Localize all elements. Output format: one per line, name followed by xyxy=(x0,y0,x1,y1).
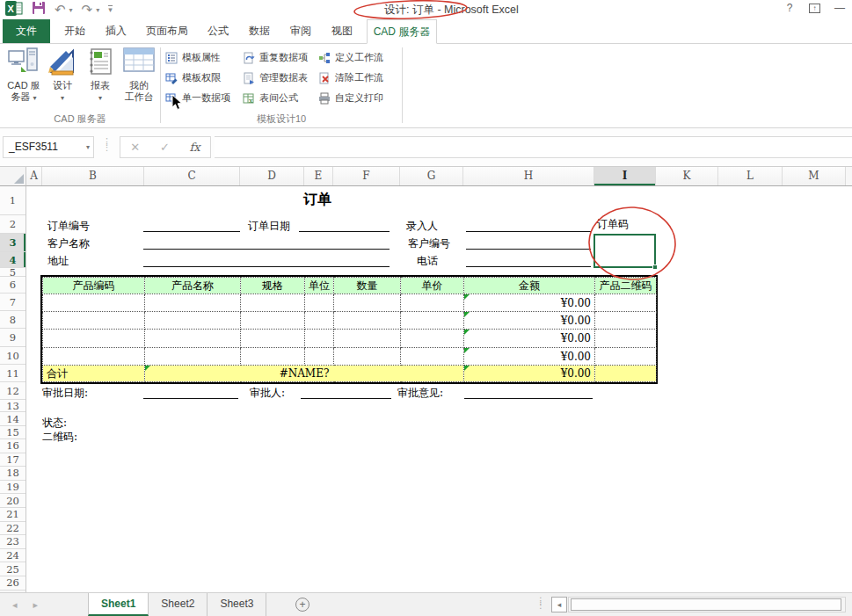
column-header-D[interactable]: D xyxy=(240,167,304,185)
sheet-tab-sheet3[interactable]: Sheet3 xyxy=(208,593,266,616)
ribbon-button-cad-server[interactable]: CAD 服 务器 ▾ xyxy=(4,47,44,104)
table-total-row[interactable]: 合计 #NAME? ¥0.00 xyxy=(43,366,657,382)
column-header-A[interactable]: A xyxy=(26,167,42,185)
sheet-tab-sheet1[interactable]: Sheet1 xyxy=(88,593,149,616)
row-header-26[interactable]: 26 xyxy=(0,576,25,591)
column-header-B[interactable]: B xyxy=(42,167,144,185)
table-row[interactable]: ¥0.00 xyxy=(43,348,657,366)
row-header-18[interactable]: 18 xyxy=(0,467,25,481)
svg-text:X: X xyxy=(8,4,15,14)
save-icon[interactable] xyxy=(32,1,46,18)
row-header-22[interactable]: 22 xyxy=(0,522,25,536)
tab-page-layout[interactable]: 页面布局 xyxy=(141,19,193,43)
ribbon-button-design[interactable]: 设计 ▾ xyxy=(46,47,79,104)
fill-handle[interactable] xyxy=(652,265,658,270)
tab-formulas[interactable]: 公式 xyxy=(201,19,235,43)
next-sheet-icon[interactable]: ▸ xyxy=(33,599,55,610)
table-row[interactable]: ¥0.00 xyxy=(43,312,657,330)
column-header-G[interactable]: G xyxy=(400,167,463,185)
tab-data[interactable]: 数据 xyxy=(243,19,276,43)
row-header-14[interactable]: 14 xyxy=(0,412,25,426)
tab-scroll-splitter[interactable]: ⋮⋮ xyxy=(536,598,545,607)
column-header-L[interactable]: L xyxy=(718,167,783,185)
row-header-24[interactable]: 24 xyxy=(0,549,25,563)
row-header-13[interactable]: 13 xyxy=(0,400,25,412)
row-header-11[interactable]: 11 xyxy=(0,365,25,382)
hscroll-thumb[interactable] xyxy=(571,598,841,611)
tab-view[interactable]: 视图 xyxy=(325,19,359,43)
ribbon-button-repeat-data-item[interactable]: 重复数据项 xyxy=(243,47,324,68)
col-product-qrcode: 产品二维码 xyxy=(595,278,657,294)
hscroll-left-icon[interactable]: ◂ xyxy=(551,597,567,612)
redo-icon[interactable]: ↷ xyxy=(82,2,93,18)
tab-home[interactable]: 开始 xyxy=(58,19,91,43)
ribbon-button-manage-data-table[interactable]: 管理数据表 xyxy=(243,68,324,88)
sheet-tab-sheet2[interactable]: Sheet2 xyxy=(149,593,208,616)
redo-dropdown-icon[interactable]: ▾ xyxy=(96,6,99,14)
column-header-H[interactable]: H xyxy=(463,167,594,185)
row-header-10[interactable]: 10 xyxy=(0,347,25,365)
tab-file[interactable]: 文件 xyxy=(3,19,50,43)
sheet-tab-bar: ◂▸ Sheet1 Sheet2 Sheet3 + ⋮⋮ ◂ xyxy=(0,592,852,616)
row-header-1[interactable]: 1 xyxy=(0,186,25,215)
tab-review[interactable]: 审阅 xyxy=(284,19,317,43)
column-header-I[interactable]: I xyxy=(594,167,656,185)
ribbon-button-my-workbench[interactable]: 我的 工作台 xyxy=(120,47,158,103)
fullscreen-toggle-icon[interactable]: ↑ xyxy=(809,4,820,13)
column-header-E[interactable]: E xyxy=(304,167,333,185)
ribbon-button-clear-workflow[interactable]: 清除工作流 xyxy=(318,68,401,88)
row-header-16[interactable]: 16 xyxy=(0,439,25,453)
row-header-6[interactable]: 6 xyxy=(0,277,25,294)
ribbon-button-template-properties[interactable]: 模板属性 xyxy=(165,47,246,68)
cancel-icon[interactable]: ✕ xyxy=(130,141,140,154)
formula-input[interactable] xyxy=(215,136,852,158)
row-header-19[interactable]: 19 xyxy=(0,481,25,495)
tab-cad-server[interactable]: CAD 服务器 xyxy=(367,19,437,44)
row-header-21[interactable]: 21 xyxy=(0,508,25,522)
row-header-9[interactable]: 9 xyxy=(0,329,25,347)
row-header-12[interactable]: 12 xyxy=(0,382,25,400)
help-icon[interactable]: ? xyxy=(783,2,797,14)
ribbon-button-inter-table-formula[interactable]: x表间公式 xyxy=(243,88,324,108)
row-header-7[interactable]: 7 xyxy=(0,294,25,311)
prev-sheet-icon[interactable]: ◂ xyxy=(12,599,33,610)
group-separator xyxy=(402,47,403,123)
row-header-25[interactable]: 25 xyxy=(0,562,25,576)
formula-bar-splitter[interactable]: ⋮⋮ xyxy=(102,139,112,149)
ribbon-button-report[interactable]: 报表 ▾ xyxy=(83,47,118,104)
column-header-C[interactable]: C xyxy=(144,167,240,185)
minimize-icon[interactable]: — xyxy=(833,2,847,14)
new-sheet-icon[interactable]: + xyxy=(295,598,309,612)
row-header-3[interactable]: 3 xyxy=(0,234,25,252)
row-header-23[interactable]: 23 xyxy=(0,535,25,549)
undo-dropdown-icon[interactable]: ▾ xyxy=(69,6,73,14)
ribbon-button-custom-print[interactable]: 自定义打印 xyxy=(318,88,401,108)
undo-icon[interactable]: ↶ xyxy=(55,2,66,18)
row-header-8[interactable]: 8 xyxy=(0,311,25,329)
row-header-2[interactable]: 2 xyxy=(0,215,25,234)
product-table[interactable]: 产品编码 产品名称 规格 单位 数量 单价 金额 产品二维码 ¥0.00 ¥0.… xyxy=(40,275,658,384)
ribbon-button-template-permission[interactable]: 模板权限 xyxy=(165,68,246,88)
enter-icon[interactable]: ✓ xyxy=(160,141,170,154)
col-qty: 数量 xyxy=(334,278,401,294)
selected-cell[interactable] xyxy=(593,234,656,268)
select-all-button[interactable] xyxy=(0,167,26,186)
customize-qat-icon[interactable]: ▾ xyxy=(108,5,113,14)
row-header-17[interactable]: 17 xyxy=(0,453,25,467)
name-box-dropdown-icon[interactable]: ▾ xyxy=(86,137,90,157)
column-header-K[interactable]: K xyxy=(656,167,718,185)
name-box[interactable]: _ESF3511 ▾ xyxy=(3,136,94,158)
tab-insert[interactable]: 插入 xyxy=(99,19,133,43)
row-header-15[interactable]: 15 xyxy=(0,426,25,439)
sheet-content[interactable]: 订单 订单编号 订单日期 录入人 订单码 客户名称 客户编号 地址 电话 xyxy=(26,186,852,592)
insert-function-icon[interactable]: fx xyxy=(189,141,200,154)
ribbon-button-define-workflow[interactable]: 定义工作流 xyxy=(318,47,401,68)
column-header-F[interactable]: F xyxy=(333,167,400,185)
table-row[interactable]: ¥0.00 xyxy=(43,330,657,348)
column-header-M[interactable]: M xyxy=(783,167,846,185)
row-header-5[interactable]: 5 xyxy=(0,268,25,277)
row-header-20[interactable]: 20 xyxy=(0,494,25,508)
table-row[interactable]: ¥0.00 xyxy=(43,294,657,312)
window-controls: ? ↑ — xyxy=(783,2,847,14)
horizontal-scrollbar[interactable] xyxy=(568,597,846,612)
